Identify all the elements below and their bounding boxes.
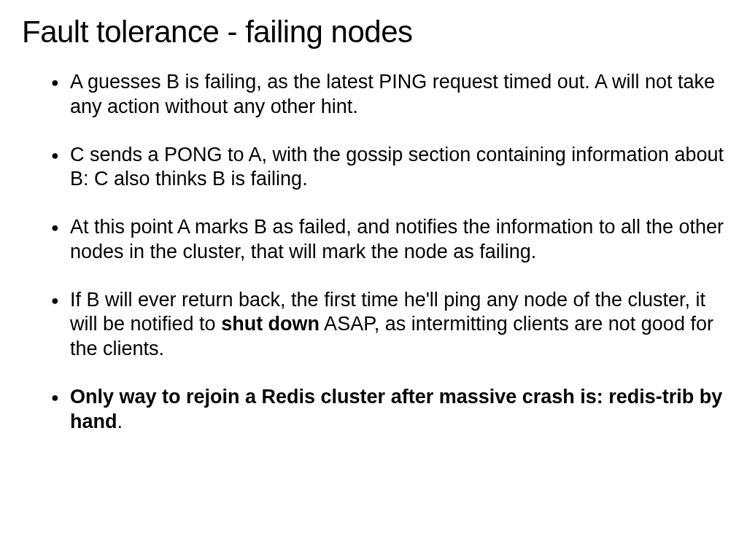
bullet-text: Only way to rejoin a Redis cluster after…	[70, 386, 722, 432]
bullet-item: A guesses B is failing, as the latest PI…	[51, 70, 725, 120]
bullet-item: If B will ever return back, the first ti…	[51, 288, 725, 362]
bullet-text: At this point A marks B as failed, and n…	[70, 216, 724, 262]
bullet-text: shut down	[221, 313, 320, 335]
bullet-text: C sends a PONG to A, with the gossip sec…	[70, 144, 724, 190]
bullet-text: A guesses B is failing, as the latest PI…	[70, 71, 715, 117]
slide-title: Fault tolerance - failing nodes	[22, 15, 725, 50]
bullet-text: .	[117, 411, 123, 432]
slide: Fault tolerance - failing nodes A guesse…	[0, 0, 747, 472]
bullet-item: At this point A marks B as failed, and n…	[51, 215, 725, 265]
bullet-item: C sends a PONG to A, with the gossip sec…	[51, 143, 725, 192]
bullet-item: Only way to rejoin a Redis cluster after…	[51, 385, 725, 435]
bullet-list: A guesses B is failing, as the latest PI…	[22, 70, 725, 434]
